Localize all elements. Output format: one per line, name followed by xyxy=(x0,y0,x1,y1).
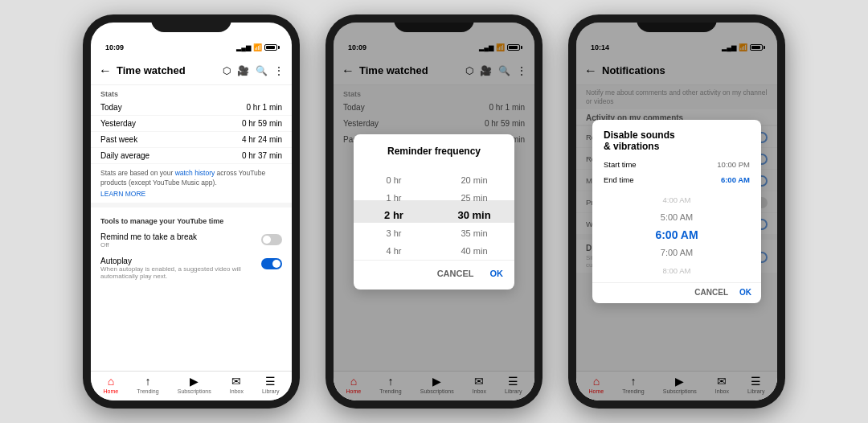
inbox-icon-1: ✉ xyxy=(231,375,241,388)
picker-minutes[interactable]: 20 min 25 min 30 min 35 min 40 min xyxy=(434,163,514,260)
home-label-1: Home xyxy=(104,388,119,394)
end-time-value: 6:00 AM xyxy=(721,175,750,184)
status-right-1: ▂▄▆ 📶 xyxy=(236,43,277,51)
stat-label-today: Today xyxy=(100,103,122,112)
reminder-frequency-modal: Reminder frequency 0 hr 1 hr 2 hr 3 hr 4… xyxy=(354,134,514,290)
phone-1-notch xyxy=(151,14,231,32)
start-time-label: Start time xyxy=(604,160,637,169)
phone-2: 10:09 ▂▄▆ 📶 ← Time watched ⬡ 🎥 🔍 ⋮ xyxy=(326,14,542,409)
cast-icon-1[interactable]: ⬡ xyxy=(223,65,231,76)
picker-hour-2: 1 hr xyxy=(354,189,434,207)
stats-label-1: Stats xyxy=(91,85,292,100)
time-wheel[interactable]: 4:00 AM 5:00 AM 6:00 AM 7:00 AM 8:00 AM xyxy=(592,187,761,282)
wheel-item-4: 7:00 AM xyxy=(592,244,761,261)
stat-row-week: Past week 4 hr 24 min xyxy=(91,132,292,148)
picker-min-selected: 30 min xyxy=(434,207,514,224)
picker-min-4: 35 min xyxy=(434,224,514,242)
signal-icon-1: ▂▄▆ xyxy=(236,44,251,51)
remind-toggle[interactable] xyxy=(261,234,282,245)
nav-icons-1: ⬡ 🎥 🔍 ⋮ xyxy=(223,65,284,76)
modal-title-2: Reminder frequency xyxy=(354,134,514,163)
phone-2-screen: 10:09 ▂▄▆ 📶 ← Time watched ⬡ 🎥 🔍 ⋮ xyxy=(334,23,534,400)
nav-bar-1: ← Time watched ⬡ 🎥 🔍 ⋮ xyxy=(91,56,292,85)
start-time-row: Start time 10:00 PM xyxy=(592,157,761,172)
time-picker-actions: CANCEL OK xyxy=(592,282,761,303)
wifi-icon-1: 📶 xyxy=(253,43,262,51)
search-icon-1[interactable]: 🔍 xyxy=(256,65,268,76)
end-time-label: End time xyxy=(604,175,634,184)
picker-hour-0 xyxy=(354,163,434,172)
start-time-value: 10:00 PM xyxy=(717,160,750,169)
cancel-button-2[interactable]: CANCEL xyxy=(436,265,476,281)
phone-3-screen: 10:14 ▂▄▆ 📶 ← Notifications Notify me ab… xyxy=(576,23,777,400)
wheel-item-5: 8:00 AM xyxy=(592,261,761,279)
ok-button-3[interactable]: OK xyxy=(739,288,751,297)
ok-button-2[interactable]: OK xyxy=(489,265,506,281)
stat-value-week: 4 hr 24 min xyxy=(242,135,282,144)
page-title-1: Time watched xyxy=(117,64,223,76)
nav-trending-1[interactable]: ↑ Trending xyxy=(137,375,158,394)
home-icon-1: ⌂ xyxy=(108,375,114,388)
wheel-item-selected: 6:00 AM xyxy=(592,226,761,244)
nav-library-1[interactable]: ☰ Library xyxy=(262,375,279,394)
autoplay-text: Autoplay When autoplay is enabled, a sug… xyxy=(100,257,261,280)
end-time-row: End time 6:00 AM xyxy=(592,172,761,187)
remind-label: Remind me to take a break xyxy=(100,232,261,241)
phone-1: 10:09 ▂▄▆ 📶 ← Time watched ⬡ 🎥 🔍 ⋮ xyxy=(83,14,300,409)
nav-home-1[interactable]: ⌂ Home xyxy=(104,375,119,394)
info-text-1: Stats are based on your watch history ac… xyxy=(91,164,292,190)
picker-hour-5: 4 hr xyxy=(354,242,434,260)
phone-3: 10:14 ▂▄▆ 📶 ← Notifications Notify me ab… xyxy=(568,14,785,409)
remind-sub: Off xyxy=(100,241,261,248)
picker-hours[interactable]: 0 hr 1 hr 2 hr 3 hr 4 hr xyxy=(354,163,434,260)
autoplay-label: Autoplay xyxy=(100,257,261,265)
time-picker-modal-box: Disable sounds& vibrations Start time 10… xyxy=(592,120,761,303)
wheel-item-2: 5:00 AM xyxy=(592,208,761,226)
watch-history-link[interactable]: watch history xyxy=(175,169,215,177)
stat-label-daily: Daily average xyxy=(100,151,149,160)
more-icon-1[interactable]: ⋮ xyxy=(274,65,284,76)
subscriptions-label-1: Subscriptions xyxy=(178,388,211,394)
time-picker-overlay: Disable sounds& vibrations Start time 10… xyxy=(576,23,777,400)
battery-icon-1 xyxy=(264,44,277,51)
picker-min-2: 25 min xyxy=(434,189,514,207)
back-button-1[interactable]: ← xyxy=(99,64,112,78)
stat-row-yesterday: Yesterday 0 hr 59 min xyxy=(91,116,292,132)
picker-hour-selected: 2 hr xyxy=(354,207,434,224)
stat-label-week: Past week xyxy=(100,135,137,144)
trending-icon-1: ↑ xyxy=(145,375,150,388)
autoplay-row: Autoplay When autoplay is enabled, a sug… xyxy=(91,253,292,284)
learn-more-link[interactable]: LEARN MORE xyxy=(91,190,292,203)
stat-value-today: 0 hr 1 min xyxy=(247,103,282,112)
phone-1-screen: 10:09 ▂▄▆ 📶 ← Time watched ⬡ 🎥 🔍 ⋮ xyxy=(91,23,292,400)
picker-min-0 xyxy=(434,163,514,172)
library-label-1: Library xyxy=(262,388,279,394)
picker-container[interactable]: 0 hr 1 hr 2 hr 3 hr 4 hr 20 min 25 min 3… xyxy=(354,163,514,260)
status-bar-1: 10:09 ▂▄▆ 📶 xyxy=(91,35,292,56)
cancel-button-3[interactable]: CANCEL xyxy=(694,288,728,297)
time-1: 10:09 xyxy=(105,43,124,51)
stat-value-daily: 0 hr 37 min xyxy=(242,151,282,160)
autoplay-sub: When autoplay is enabled, a suggested vi… xyxy=(100,265,261,280)
remind-row: Remind me to take a break Off xyxy=(91,228,292,253)
subscriptions-icon-1: ▶ xyxy=(190,375,199,388)
wheel-item-1: 4:00 AM xyxy=(592,191,761,208)
stat-row-today: Today 0 hr 1 min xyxy=(91,100,292,116)
remind-text: Remind me to take a break Off xyxy=(100,232,261,248)
autoplay-toggle[interactable] xyxy=(261,258,282,269)
camera-icon-1[interactable]: 🎥 xyxy=(237,65,249,76)
nav-subscriptions-1[interactable]: ▶ Subscriptions xyxy=(178,375,211,394)
bottom-nav-1: ⌂ Home ↑ Trending ▶ Subscriptions ✉ Inbo… xyxy=(91,371,292,400)
modal-overlay-2: Reminder frequency 0 hr 1 hr 2 hr 3 hr 4… xyxy=(334,23,534,400)
stat-label-yesterday: Yesterday xyxy=(100,119,136,128)
picker-min-5: 40 min xyxy=(434,242,514,260)
picker-hour-4: 3 hr xyxy=(354,224,434,242)
stat-row-daily: Daily average 0 hr 37 min xyxy=(91,148,292,164)
tools-title: Tools to manage your YouTube time xyxy=(100,217,223,225)
nav-inbox-1[interactable]: ✉ Inbox xyxy=(230,375,244,394)
picker-hour-1: 0 hr xyxy=(354,171,434,189)
library-icon-1: ☰ xyxy=(265,375,276,388)
stat-value-yesterday: 0 hr 59 min xyxy=(242,119,282,128)
tools-section: Tools to manage your YouTube time xyxy=(91,207,292,228)
time-picker-title: Disable sounds& vibrations xyxy=(592,120,761,157)
